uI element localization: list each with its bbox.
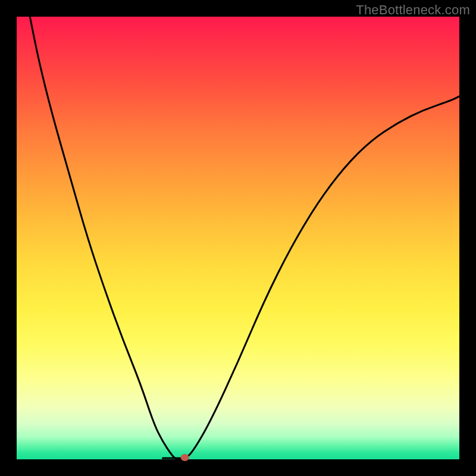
chart-frame: TheBottleneck.com: [0, 0, 476, 476]
optimal-point-marker: [181, 454, 189, 461]
watermark-text: TheBottleneck.com: [356, 2, 470, 18]
bottleneck-curve: [30, 17, 459, 459]
curve-layer: [17, 17, 459, 459]
